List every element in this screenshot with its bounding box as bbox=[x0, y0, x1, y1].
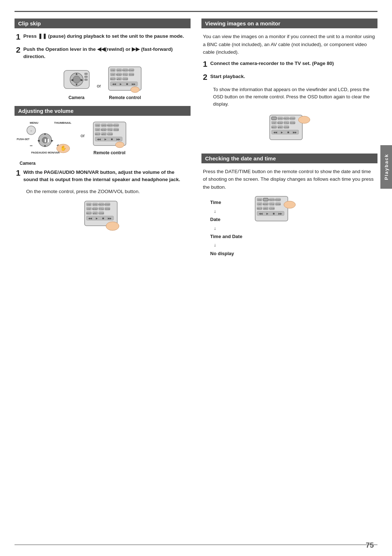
svg-text:◀◀: ◀◀ bbox=[88, 217, 92, 220]
viewing-images-section: Viewing images on a monitor You can view… bbox=[201, 19, 377, 154]
vol-camera-labels-row: Camera bbox=[16, 160, 189, 166]
datetime-remote-diagram: OSD DATE PHOTO START CNT RESET bbox=[253, 195, 297, 229]
adjusting-volume-header: Adjusting the volume bbox=[15, 106, 191, 116]
playback-tab: Playback bbox=[380, 145, 392, 189]
svg-text:PHOTO: PHOTO bbox=[107, 124, 113, 127]
step1-number: 1 bbox=[16, 33, 20, 41]
svg-text:▶▶: ▶▶ bbox=[278, 212, 282, 215]
vol-remote-row: OSD DATE PHOTO START CNT RESET bbox=[16, 199, 189, 232]
svg-point-38 bbox=[131, 87, 139, 93]
remote-label-2: Remote control bbox=[94, 150, 126, 155]
datetime-sequence: Time ↓ Date ↓ Time and Date ↓ No display bbox=[210, 198, 242, 258]
time-and-date-label: Time and Date bbox=[210, 232, 242, 241]
page-number: 75 bbox=[366, 541, 374, 549]
svg-text:CNT: CNT bbox=[272, 122, 275, 124]
clip-skip-step1: 1 Press ❚❚ (pause) during playback to se… bbox=[16, 33, 189, 41]
svg-text:⏹: ⏹ bbox=[102, 217, 104, 220]
svg-text:OSD: OSD bbox=[257, 199, 261, 201]
svg-text:⏹: ⏹ bbox=[272, 212, 275, 215]
vol-step1-text: With the PAGE/AUDIO MON/VAR button, adju… bbox=[23, 169, 180, 182]
camera-controls-diagram: MENU THUMBNAIL ○ PUSH-SET bbox=[16, 120, 74, 158]
checking-date-time-header: Checking the date and time bbox=[201, 154, 377, 163]
svg-text:◀◀: ◀◀ bbox=[97, 138, 101, 140]
remote-control-svg-4: OSD DATE PHOTO START CNT RESET bbox=[268, 113, 311, 148]
svg-text:▶▶: ▶▶ bbox=[108, 217, 112, 220]
viewing-images-content: You can view the images on a monitor if … bbox=[201, 33, 377, 148]
svg-text:ZOOM: ZOOM bbox=[129, 74, 134, 76]
svg-text:CNT: CNT bbox=[87, 208, 90, 210]
svg-text:TITLE: TITLE bbox=[284, 122, 289, 124]
svg-text:START: START bbox=[128, 69, 134, 71]
vol-step1-note: On the remote control, press the ZOOM/VO… bbox=[26, 188, 189, 196]
svg-text:RESET: RESET bbox=[116, 74, 122, 76]
svg-text:PAGE/AUDIO MON/VAR: PAGE/AUDIO MON/VAR bbox=[31, 151, 60, 154]
svg-text:DATE: DATE bbox=[93, 204, 98, 206]
step2-number: 2 bbox=[16, 46, 20, 54]
clip-skip-header: Clip skip bbox=[15, 19, 191, 28]
camera-label: Camera bbox=[69, 95, 85, 100]
viewing-remote-row: OSD DATE PHOTO START CNT RESET bbox=[203, 113, 376, 148]
viewing-images-intro: You can view the images on a monitor if … bbox=[203, 33, 376, 56]
remote-control-svg-1: OSD DATE PHOTO START CNT bbox=[107, 65, 143, 94]
camera-joystick-svg: ▲ ▼ ◀ ▶ bbox=[62, 65, 91, 94]
svg-text:❚❚: ❚❚ bbox=[44, 139, 50, 143]
left-column: Clip skip 1 Press ❚❚ (pause) during play… bbox=[15, 19, 191, 544]
checking-date-time-title: Checking the date and time bbox=[205, 155, 276, 162]
svg-text:ZOOM: ZOOM bbox=[113, 129, 119, 131]
svg-text:MULTI: MULTI bbox=[257, 208, 262, 210]
svg-text:OSD: OSD bbox=[87, 204, 91, 206]
viewing-step1: 1 Connect the camera-recorder to the TV … bbox=[203, 60, 376, 69]
svg-text:START: START bbox=[113, 124, 119, 127]
svg-text:●REC: ●REC bbox=[93, 212, 98, 214]
svg-text:START: START bbox=[105, 204, 110, 206]
viewing-images-header: Viewing images on a monitor bbox=[201, 19, 377, 28]
svg-text:▶▶: ▶▶ bbox=[293, 131, 297, 134]
viewing-step1-number: 1 bbox=[203, 60, 207, 69]
svg-text:DATE: DATE bbox=[101, 124, 106, 127]
step2-text: Push the Operation lever in the ◀◀(rewin… bbox=[23, 46, 173, 59]
or-text-1: or bbox=[97, 83, 101, 89]
remote-control-svg-5: OSD DATE PHOTO START CNT RESET bbox=[253, 195, 297, 229]
svg-text:▶▶: ▶▶ bbox=[117, 138, 121, 140]
svg-text:ZOOM: ZOOM bbox=[275, 203, 281, 205]
svg-text:PUSH-SET: PUSH-SET bbox=[17, 138, 30, 140]
svg-text:⏹: ⏹ bbox=[126, 83, 128, 85]
svg-text:▼: ▼ bbox=[75, 83, 78, 86]
arrow-3: ↓ bbox=[214, 241, 216, 249]
adjusting-volume-content: MENU THUMBNAIL ○ PUSH-SET bbox=[15, 120, 191, 232]
checking-date-time-intro: Press the DATE/TIME button on the remote… bbox=[203, 168, 376, 191]
adjusting-volume-section: Adjusting the volume MENU THUMBNAIL bbox=[15, 106, 191, 238]
svg-text:●REC: ●REC bbox=[278, 126, 283, 128]
svg-text:MULTI: MULTI bbox=[86, 212, 91, 214]
svg-rect-7 bbox=[85, 73, 87, 75]
svg-rect-140 bbox=[271, 117, 277, 120]
clip-skip-diagrams: ▲ ▼ ◀ ▶ Camera or bbox=[16, 65, 189, 100]
svg-text:◀◀: ◀◀ bbox=[273, 131, 277, 134]
svg-text:◀◀: ◀◀ bbox=[112, 83, 116, 85]
svg-text:◀: ◀ bbox=[37, 139, 40, 142]
date-label: Date bbox=[210, 215, 220, 224]
time-label: Time bbox=[210, 198, 221, 207]
or-text-2: or bbox=[81, 133, 85, 138]
svg-text:A.DUB: A.DUB bbox=[269, 208, 275, 210]
camera-controls-svg: MENU THUMBNAIL ○ PUSH-SET bbox=[16, 120, 74, 156]
top-border bbox=[15, 11, 377, 12]
svg-text:TITLE: TITLE bbox=[99, 208, 104, 210]
no-display-label: No display bbox=[210, 249, 234, 258]
checking-date-time-section: Checking the date and time Press the DAT… bbox=[201, 154, 377, 267]
svg-text:DATE: DATE bbox=[117, 69, 122, 71]
vol-remote-diagram: OSD DATE PHOTO START CNT RESET bbox=[83, 199, 123, 232]
svg-text:◀: ◀ bbox=[70, 78, 73, 82]
svg-text:RESET: RESET bbox=[92, 208, 98, 210]
adjusting-volume-title: Adjusting the volume bbox=[18, 108, 74, 114]
svg-point-111 bbox=[106, 222, 119, 230]
clip-skip-title: Clip skip bbox=[18, 20, 41, 26]
vol-step1-number: 1 bbox=[16, 169, 20, 177]
svg-text:A.DUB: A.DUB bbox=[107, 133, 113, 135]
svg-rect-9 bbox=[85, 79, 87, 81]
remote-label-1: Remote control bbox=[109, 95, 141, 100]
svg-text:A.DUB: A.DUB bbox=[283, 126, 289, 128]
svg-text:CNT: CNT bbox=[111, 74, 115, 76]
viewing-step2-note: To show the information that appears on … bbox=[213, 86, 376, 108]
svg-text:PHOTO: PHOTO bbox=[269, 199, 275, 201]
